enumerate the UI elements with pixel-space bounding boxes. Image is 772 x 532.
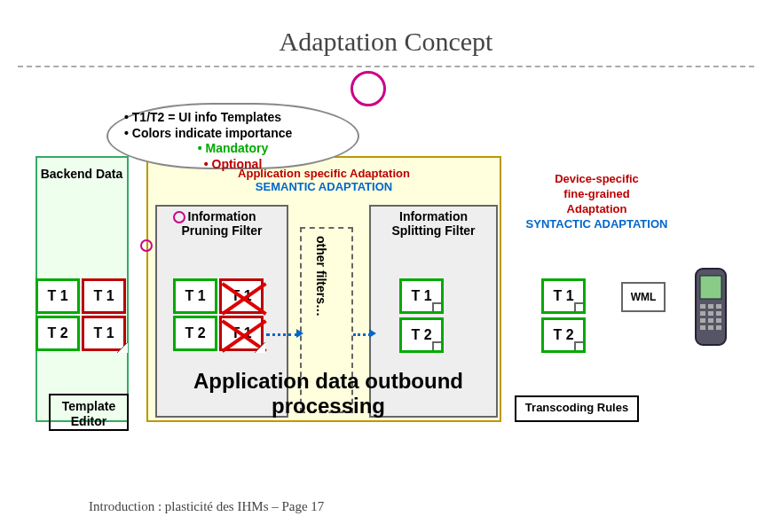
page-corner-icon-2 xyxy=(255,342,265,353)
card-t1-text: T 1 xyxy=(411,288,431,304)
syntactic-cards: T 1 T 2 xyxy=(541,278,586,356)
card-t2-text: T 2 xyxy=(411,327,431,343)
cell-t2: T 2 xyxy=(35,316,80,351)
cloud-line1: • T1/T2 = UI info Templates xyxy=(124,110,342,126)
svg-rect-6 xyxy=(708,311,713,316)
backend-label: Backend Data xyxy=(37,167,126,181)
svg-rect-3 xyxy=(708,304,713,309)
transcoding-rules-box: Transcoding Rules xyxy=(515,395,639,422)
card-s-t1-text: T 1 xyxy=(553,288,573,304)
wml-box: WML xyxy=(621,282,666,312)
svg-rect-12 xyxy=(708,325,713,330)
cloud-mandatory: • Mandatory xyxy=(124,141,342,157)
syntactic-line2: fine-grained xyxy=(515,187,679,202)
svg-rect-4 xyxy=(716,304,721,309)
svg-rect-8 xyxy=(700,318,705,323)
arrow-head-2 xyxy=(369,329,376,338)
arrow-head-1 xyxy=(296,329,303,338)
bullet-icon-2 xyxy=(140,239,153,252)
syntactic-line1: Device-specific xyxy=(515,172,679,187)
svg-rect-9 xyxy=(708,318,713,323)
svg-rect-10 xyxy=(716,318,721,323)
sun-icon xyxy=(351,71,386,106)
phone-icon xyxy=(694,267,728,347)
other-filters-label: other filters… xyxy=(314,236,328,317)
page-corner-icon xyxy=(117,342,128,353)
cell-p-t1: T 1 xyxy=(173,278,217,314)
callout-cloud: • T1/T2 = UI info Templates • Colors ind… xyxy=(106,103,359,169)
svg-rect-7 xyxy=(716,311,721,316)
svg-rect-5 xyxy=(700,311,705,316)
backend-templates-grid: T 1 T 1 T 2 T 1 xyxy=(35,278,126,351)
cell-t1: T 1 xyxy=(35,278,80,314)
cell-t1-red: T 1 xyxy=(82,278,126,314)
page-title: Adaptation Concept xyxy=(0,0,772,66)
syntactic-line3: Adaptation xyxy=(515,202,679,217)
footer-text: Introduction : plasticité des IHMs – Pag… xyxy=(89,499,324,514)
svg-rect-13 xyxy=(716,325,721,330)
cloud-optional: • Optional xyxy=(124,157,342,173)
cell-p-t2: T 2 xyxy=(173,316,217,351)
arrow-2 xyxy=(353,333,371,336)
cell-p-t1-crossed: T 1 xyxy=(219,278,264,314)
main-flow-label: Application data outbound processing xyxy=(160,369,497,419)
bullet-icon-1 xyxy=(173,211,185,223)
card-t2: T 2 xyxy=(399,317,444,353)
syntactic-line4: SYNTACTIC ADAPTATION xyxy=(515,217,679,232)
card-s-t1: T 1 xyxy=(541,278,586,314)
card-s-t2: T 2 xyxy=(541,317,586,353)
template-editor-box: Template Editor xyxy=(49,394,129,431)
cloud-line2: • Colors indicate importance xyxy=(124,126,342,142)
semantic-line2: SEMANTIC ADAPTATION xyxy=(256,180,392,193)
diagram-canvas: Backend Data Application specific Adapta… xyxy=(0,67,772,449)
card-t1: T 1 xyxy=(399,278,444,314)
splitting-cards: T 1 T 2 xyxy=(399,278,444,356)
pruning-templates-grid: T 1 T 1 T 2 T 1 xyxy=(173,278,264,351)
svg-rect-1 xyxy=(700,276,721,299)
svg-rect-11 xyxy=(700,325,705,330)
splitting-label: Information Splitting Filter xyxy=(378,209,489,238)
arrow-1 xyxy=(266,333,298,336)
svg-rect-2 xyxy=(700,304,705,309)
card-s-t2-text: T 2 xyxy=(553,327,573,343)
